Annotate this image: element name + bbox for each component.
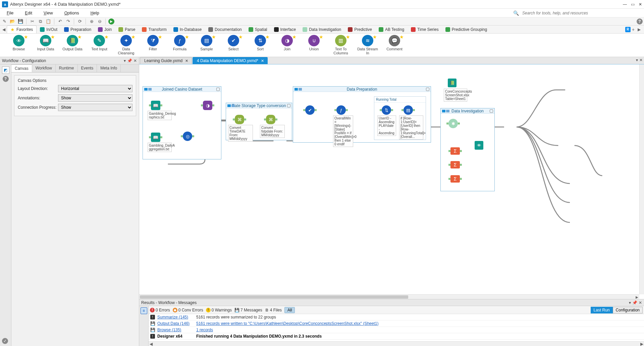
out-port[interactable] (160, 136, 162, 138)
select-node[interactable]: ✔ (305, 105, 315, 115)
category-preparation[interactable]: Preparation (61, 26, 95, 33)
workspace-dropdown-icon[interactable]: ▾ (636, 58, 638, 62)
field-summary-node[interactable]: ✱ (448, 119, 458, 128)
close-icon[interactable]: ✕ (639, 2, 642, 7)
in-port[interactable] (401, 109, 404, 111)
out-port[interactable] (460, 178, 462, 180)
in-port[interactable] (303, 109, 305, 111)
cfg-help-icon[interactable]: ? (3, 76, 9, 82)
redo-icon[interactable]: ↷ (65, 18, 71, 24)
doc-tab[interactable]: Learning Guide.yxmd✕ (140, 57, 192, 64)
config-select[interactable]: Show (58, 104, 132, 111)
cat-add-icon[interactable]: + (632, 27, 635, 32)
zoom-in-icon[interactable]: ⊕ (89, 18, 95, 24)
category-spatial[interactable]: Spatial (245, 26, 271, 33)
container-collapse-icon[interactable] (227, 104, 235, 107)
multirow-node[interactable]: ▤ (404, 105, 413, 115)
category-predictive-grouping[interactable]: Predictive Grouping (442, 26, 490, 33)
in-port[interactable] (264, 118, 266, 120)
minimize-icon[interactable]: — (623, 2, 627, 7)
out-port[interactable] (244, 118, 246, 120)
config-tab-workflow[interactable]: Workflow (32, 64, 56, 72)
category-documentation[interactable]: Documentation (205, 26, 245, 33)
doc-tab[interactable]: 4 Data Manipulation DEMO.yxmd*✕ (193, 57, 268, 64)
results-last-run-button[interactable]: Last Run (591, 307, 613, 313)
results-dropdown-icon[interactable]: ▾ (629, 300, 631, 305)
container-collapse-icon[interactable] (144, 88, 152, 91)
open-icon[interactable]: 📂 (9, 18, 15, 24)
maximize-icon[interactable]: ▭ (631, 2, 635, 7)
cat-scroll-left[interactable]: ◀ (1, 27, 7, 32)
out-port[interactable] (413, 109, 415, 111)
filter-messages[interactable]: 💾7 Messages (234, 308, 262, 312)
copy-icon[interactable]: ⧉ (37, 18, 43, 24)
in-port[interactable] (149, 104, 151, 106)
datetime-node-2[interactable]: ⌘ (266, 115, 275, 124)
result-source-link[interactable]: Browse (135) (157, 328, 194, 332)
in-port[interactable] (334, 109, 336, 111)
result-row[interactable]: !Designer x64Finished running 4 Data Man… (149, 333, 644, 340)
category-in-database[interactable]: In-Database (170, 26, 205, 33)
output-data-node[interactable]: 📗 (448, 79, 457, 87)
in-port[interactable] (448, 164, 450, 166)
tool-output-data[interactable]: 📗★Output Data (60, 35, 85, 51)
tool-sort[interactable]: ⇅★Sort (248, 35, 272, 51)
new-icon[interactable]: ✎ (1, 18, 7, 24)
tool-select-records[interactable]: ◎ (183, 132, 192, 141)
category-transform[interactable]: Transform (139, 26, 170, 33)
tool-filter[interactable]: ⧩★Filter (141, 35, 165, 51)
container-collapse-icon[interactable] (442, 110, 449, 112)
doc-tab-close-icon[interactable]: ✕ (185, 59, 188, 63)
results-side-icon[interactable]: ≡ (139, 306, 149, 346)
canvas-scroll-horizontal[interactable]: ◀ ▶ (139, 294, 639, 299)
in-port[interactable] (380, 109, 382, 111)
filter-all[interactable]: All (284, 307, 295, 313)
hscroll-thumb[interactable] (140, 295, 408, 299)
summarize-node-1[interactable]: Σ (450, 147, 460, 155)
pane-close-icon[interactable]: ✕ (133, 58, 137, 63)
out-port[interactable] (458, 122, 460, 125)
input-demographics[interactable]: 📖 (151, 101, 160, 110)
category-time-series[interactable]: Time Series (408, 26, 442, 33)
menu-file[interactable]: File (3, 10, 17, 16)
container-toggle-icon[interactable] (490, 109, 493, 113)
browse-node[interactable]: 👁 (475, 141, 483, 150)
result-source-link[interactable]: Output Data (146) (157, 321, 194, 326)
config-select[interactable]: Horizontal (58, 85, 132, 92)
out-port[interactable] (315, 109, 317, 111)
save-icon[interactable]: 💾 (17, 18, 23, 24)
result-row[interactable]: !Summarize (145)5161 records were summar… (149, 314, 644, 320)
canvas-area[interactable]: Joined Casino DatasetDate Storage Type c… (139, 64, 644, 299)
out-port[interactable] (160, 104, 162, 106)
results-hscroll-right[interactable]: ▶ (639, 342, 644, 346)
container-toggle-icon[interactable] (216, 88, 220, 91)
refresh-icon[interactable]: ⟳ (77, 18, 83, 24)
menu-view[interactable]: View (40, 10, 56, 16)
out-port[interactable] (212, 104, 214, 106)
config-tab-canvas[interactable]: Canvas (11, 64, 32, 72)
out-port[interactable] (460, 150, 462, 152)
result-source-link[interactable]: Summarize (145) (157, 315, 194, 319)
in-port[interactable] (201, 104, 203, 106)
input-daily[interactable]: 📖 (151, 133, 160, 142)
tool-sample[interactable]: ▤★Sample (195, 35, 219, 51)
result-source-link[interactable]: Designer x64 (157, 334, 194, 339)
doc-tab-close-icon[interactable]: ✕ (261, 59, 264, 63)
cat-extra-icon[interactable]: R (625, 27, 631, 32)
cut-icon[interactable]: ✂ (29, 18, 35, 24)
config-tab-events[interactable]: Events (78, 64, 97, 72)
result-message[interactable]: 1 records (196, 328, 213, 332)
results-close-icon[interactable]: ✕ (639, 300, 642, 305)
tool-union[interactable]: ∪★Union (302, 35, 326, 51)
in-port[interactable] (448, 150, 450, 152)
container-toggle-icon[interactable] (426, 88, 429, 91)
result-message[interactable]: 5161 records were written to "C:\Users\K… (196, 321, 378, 326)
in-port[interactable] (149, 136, 151, 138)
tool-comment[interactable]: 💬★Comment (382, 35, 407, 51)
summarize-node-3[interactable]: Σ (450, 175, 460, 183)
zoom-out-icon[interactable]: ⊖ (97, 18, 103, 24)
search-box[interactable]: 🔍 (513, 10, 641, 16)
tool-input-data[interactable]: 📖★Input Data (34, 35, 58, 51)
in-port[interactable] (446, 122, 448, 125)
results-hscroll-left[interactable]: ◀ (149, 342, 153, 346)
